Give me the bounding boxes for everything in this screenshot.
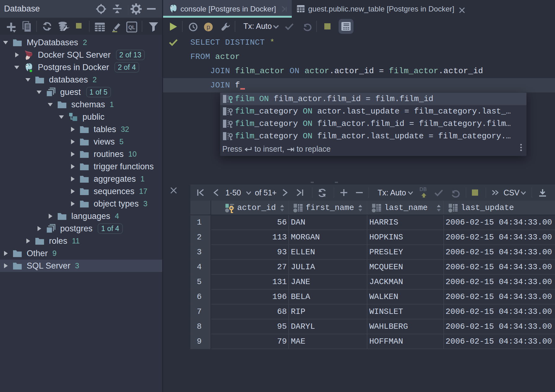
svg-text:p: p <box>206 23 210 30</box>
svg-text:QL: QL <box>128 25 135 30</box>
